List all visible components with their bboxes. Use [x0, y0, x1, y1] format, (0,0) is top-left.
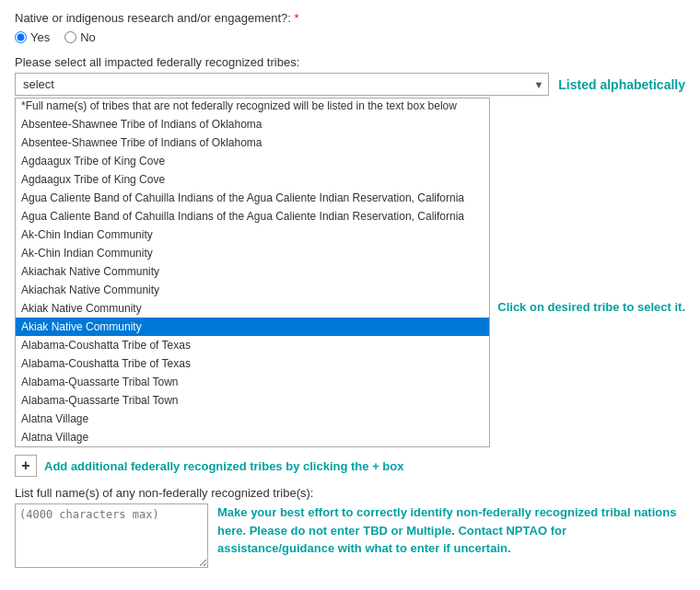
list-item[interactable]: Agua Caliente Band of Cahuilla Indians o… — [16, 189, 489, 207]
add-tribe-button[interactable]: + — [15, 455, 37, 477]
list-item[interactable]: Ak-Chin Indian Community — [16, 244, 489, 262]
list-item[interactable]: Akiak Native Community — [16, 318, 489, 336]
list-item[interactable]: Alabama-Coushatta Tribe of Texas — [16, 354, 489, 373]
radio-group: Yes No — [15, 30, 685, 44]
list-item[interactable]: Agua Caliente Band of Cahuilla Indians o… — [16, 207, 489, 226]
list-item[interactable]: Akiachak Native Community — [16, 281, 489, 299]
list-item[interactable]: Alabama-Quassarte Tribal Town — [16, 391, 489, 410]
list-item[interactable]: Absentee-Shawnee Tribe of Indians of Okl… — [16, 115, 489, 133]
listbox-container: select*Full name(s) of tribes that are n… — [15, 98, 685, 447]
yes-label: Yes — [30, 30, 50, 44]
nonfed-row: Make your best effort to correctly ident… — [15, 503, 685, 568]
tribe-listbox[interactable]: select*Full name(s) of tribes that are n… — [15, 98, 490, 447]
add-row: + Add additional federally recognized tr… — [15, 455, 685, 477]
list-item[interactable]: Agdaagux Tribe of King Cove — [16, 152, 489, 170]
list-item[interactable]: Akiachak Native Community — [16, 262, 489, 281]
no-label: No — [80, 30, 96, 44]
tribes-select-label: Please select all impacted federally rec… — [15, 55, 685, 69]
select-row: select ▼ Listed alphabetically — [15, 73, 685, 96]
hint-alpha: Listed alphabetically — [558, 77, 685, 92]
nonfed-textarea[interactable] — [15, 503, 208, 568]
hint-click: Click on desired tribe to select it. — [497, 300, 685, 314]
list-item[interactable]: *Full name(s) of tribes that are not fed… — [16, 98, 489, 115]
list-item[interactable]: Akiak Native Community — [16, 299, 489, 318]
list-item[interactable]: Agdaagux Tribe of King Cove — [16, 170, 489, 189]
list-item[interactable]: Alatna Village — [16, 410, 489, 428]
question-label: Native or indigenous research and/or eng… — [15, 11, 685, 25]
list-item[interactable]: Alabama-Coushatta Tribe of Texas — [16, 336, 489, 354]
list-item[interactable]: Alabama-Quassarte Tribal Town — [16, 373, 489, 391]
required-marker: * — [295, 11, 299, 25]
yes-radio[interactable] — [15, 31, 27, 43]
list-item[interactable]: Alatna Village — [16, 428, 489, 446]
no-option[interactable]: No — [64, 30, 96, 44]
list-item[interactable]: Ak-Chin Indian Community — [16, 226, 489, 244]
hint-nonfed: Make your best effort to correctly ident… — [217, 503, 685, 558]
hint-add: Add additional federally recognized trib… — [44, 459, 403, 473]
tribe-select[interactable]: select — [15, 73, 549, 96]
nonfed-label: List full name(s) of any non-federally r… — [15, 486, 685, 500]
tribe-select-wrapper: select ▼ — [15, 73, 549, 96]
no-radio[interactable] — [64, 31, 76, 43]
yes-option[interactable]: Yes — [15, 30, 50, 44]
list-item[interactable]: Absentee-Shawnee Tribe of Indians of Okl… — [16, 133, 489, 152]
